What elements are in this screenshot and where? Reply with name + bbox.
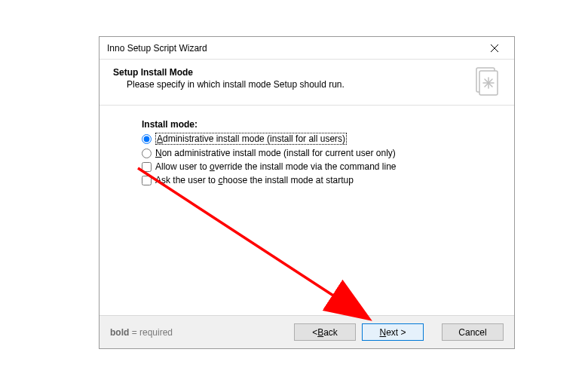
footer: bold = required < Back Next > Cancel bbox=[100, 315, 514, 348]
window-title: Inno Setup Script Wizard bbox=[107, 43, 481, 54]
content-area: Install mode: Administrative install mod… bbox=[100, 106, 514, 315]
back-button[interactable]: < Back bbox=[294, 323, 356, 341]
radio-nonadmin-label: Non administrative install mode (install… bbox=[155, 148, 396, 158]
check-ask-startup[interactable]: Ask the user to choose the install mode … bbox=[142, 175, 487, 185]
header-area: Setup Install Mode Please specify in whi… bbox=[100, 60, 514, 105]
check-override[interactable]: Allow user to override the install mode … bbox=[142, 161, 487, 172]
footer-hint: bold = required bbox=[110, 327, 173, 338]
check-ask-startup-label: Ask the user to choose the install mode … bbox=[155, 175, 354, 185]
radio-admin-input[interactable] bbox=[142, 134, 152, 144]
section-label: Install mode: bbox=[142, 119, 487, 130]
check-override-input[interactable] bbox=[142, 162, 152, 172]
close-button[interactable] bbox=[481, 39, 508, 57]
radio-nonadmin-input[interactable] bbox=[142, 149, 152, 158]
radio-admin-label: Administrative install mode (install for… bbox=[155, 133, 347, 145]
radio-nonadmin-mode[interactable]: Non administrative install mode (install… bbox=[142, 148, 487, 158]
check-override-label: Allow user to override the install mode … bbox=[155, 161, 397, 172]
cancel-button[interactable]: Cancel bbox=[442, 323, 504, 341]
next-button[interactable]: Next > bbox=[362, 323, 424, 341]
wizard-dialog: Inno Setup Script Wizard Setup Install M… bbox=[99, 36, 515, 349]
radio-admin-mode[interactable]: Administrative install mode (install for… bbox=[142, 133, 487, 145]
close-icon bbox=[491, 44, 498, 52]
page-subtitle: Please specify in which install mode Set… bbox=[127, 79, 467, 90]
wizard-page-icon bbox=[473, 67, 501, 99]
page-title: Setup Install Mode bbox=[113, 67, 467, 78]
titlebar: Inno Setup Script Wizard bbox=[100, 37, 514, 60]
check-ask-startup-input[interactable] bbox=[142, 176, 152, 185]
